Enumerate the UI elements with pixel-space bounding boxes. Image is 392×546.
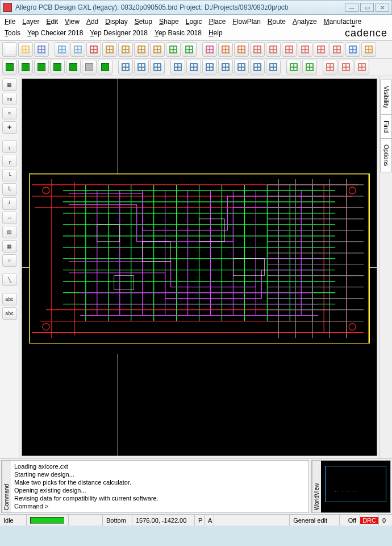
lt-route-a[interactable]: ┐: [2, 140, 17, 153]
lt-wire[interactable]: ≡: [2, 107, 17, 119]
status-a[interactable]: A: [204, 515, 214, 526]
lt-line[interactable]: ╲: [2, 274, 17, 286]
minimize-button[interactable]: —: [345, 3, 358, 12]
menu-help[interactable]: Help: [208, 27, 223, 39]
place-mode1[interactable]: [2, 60, 17, 75]
etch-edit3[interactable]: [218, 60, 233, 75]
dim-v[interactable]: [339, 60, 353, 75]
shape-line[interactable]: [134, 60, 149, 75]
zoom-out-icon[interactable]: [266, 42, 281, 57]
grid-toggle-icon[interactable]: [202, 42, 217, 57]
menu-display[interactable]: Display: [105, 16, 127, 27]
place-mode2[interactable]: [18, 60, 33, 75]
status-drc-mode[interactable]: Off: [339, 515, 360, 526]
menu-layer[interactable]: Layer: [22, 16, 39, 27]
maximize-button[interactable]: ▭: [360, 3, 374, 12]
lt-hatch[interactable]: ▤: [2, 226, 17, 238]
lt-text1[interactable]: abc: [2, 293, 17, 305]
menu-analyze[interactable]: Analyze: [293, 16, 317, 27]
delete-icon[interactable]: [86, 42, 101, 57]
shape-circle[interactable]: [150, 60, 165, 75]
tab-find[interactable]: Find: [380, 114, 392, 139]
lt-grid[interactable]: ▦: [2, 240, 17, 253]
undo-icon[interactable]: [102, 42, 117, 57]
place-mode5[interactable]: [66, 60, 81, 75]
command-line: Starting new design...: [14, 470, 305, 478]
zoom-window-icon[interactable]: [298, 42, 312, 57]
etch-edit6[interactable]: [266, 60, 281, 75]
open-file-icon[interactable]: [18, 42, 33, 57]
lt-route-e[interactable]: ┘: [2, 197, 17, 210]
lt-route-b[interactable]: ┌: [2, 155, 17, 167]
pin-icon[interactable]: [182, 42, 197, 57]
layers-icon[interactable]: [234, 42, 249, 57]
menu-edit[interactable]: Edit: [46, 16, 58, 27]
status-coords[interactable]: 1576.00, -1422.00: [132, 515, 194, 526]
route1[interactable]: [286, 60, 301, 75]
lt-micro[interactable]: mi: [2, 93, 17, 105]
status-layer[interactable]: Bottom: [102, 515, 132, 526]
place-mode6[interactable]: [82, 60, 97, 75]
place-mode4[interactable]: [50, 60, 65, 75]
route2[interactable]: [302, 60, 317, 75]
design-canvas[interactable]: [22, 78, 377, 456]
menu-tools[interactable]: Tools: [5, 27, 20, 39]
etch-edit4[interactable]: [234, 60, 249, 75]
status-mode[interactable]: General edit: [289, 515, 339, 526]
lt-route-d[interactable]: ╚: [2, 183, 17, 196]
crosshair-icon[interactable]: [330, 42, 344, 57]
etch-edit2[interactable]: [202, 60, 217, 75]
redo-icon[interactable]: [118, 42, 133, 57]
shape-rect[interactable]: [118, 60, 133, 75]
tab-options[interactable]: Options: [380, 138, 392, 172]
status-p[interactable]: P: [194, 515, 204, 526]
down-arrow-icon[interactable]: [134, 42, 149, 57]
lt-chip[interactable]: ▦: [2, 78, 17, 91]
down-arrow2-icon[interactable]: [150, 42, 165, 57]
lt-dist[interactable]: ↔: [2, 212, 17, 224]
3d-view-icon[interactable]: [361, 42, 376, 57]
zoom-fit-icon[interactable]: [282, 42, 297, 57]
menu-view[interactable]: View: [65, 16, 80, 27]
lt-cross[interactable]: ✚: [2, 121, 17, 134]
etch-edit1[interactable]: [186, 60, 201, 75]
menu-shape[interactable]: Shape: [159, 16, 179, 27]
pcb-board: [29, 173, 369, 354]
status-drc[interactable]: DRC: [360, 515, 378, 526]
save-icon[interactable]: [34, 42, 49, 57]
new-file-icon[interactable]: [2, 42, 17, 57]
lt-route-c[interactable]: └: [2, 169, 17, 181]
move-icon[interactable]: [55, 42, 69, 57]
menu-setup[interactable]: Setup: [135, 16, 152, 27]
copy-icon[interactable]: [70, 42, 85, 57]
zoom-in-icon[interactable]: [250, 42, 265, 57]
command-log[interactable]: Loading axlcore.cxtStarting new design..…: [11, 461, 308, 512]
statusbar: Idle Bottom 1576.00, -1422.00 P A Genera…: [0, 514, 392, 526]
lt-text2[interactable]: abc: [2, 307, 17, 320]
place-mode3[interactable]: [34, 60, 49, 75]
menu-add[interactable]: Add: [86, 16, 98, 27]
menu-file[interactable]: File: [5, 16, 15, 27]
menu-manufacture[interactable]: Manufacture: [324, 16, 362, 27]
dim-h[interactable]: [323, 60, 337, 75]
worldview-canvas[interactable]: ·· · ·· ··: [321, 461, 390, 512]
menu-yep-checker-2018[interactable]: Yep Checker 2018: [27, 27, 83, 39]
dim-vh[interactable]: [355, 60, 369, 75]
lt-pin[interactable]: ○: [2, 254, 17, 267]
menu-route[interactable]: Route: [268, 16, 286, 27]
menu-flowplan[interactable]: FlowPlan: [232, 16, 260, 27]
close-button[interactable]: ✕: [376, 3, 389, 12]
select-arrow[interactable]: [170, 60, 185, 75]
flag-icon[interactable]: [166, 42, 181, 57]
menu-place[interactable]: Place: [208, 16, 226, 27]
refresh-icon[interactable]: [345, 42, 360, 57]
command-line: Command >: [14, 502, 305, 510]
menu-yep-designer-2018[interactable]: Yep Designer 2018: [90, 27, 148, 39]
zoom-prev-icon[interactable]: [314, 42, 328, 57]
menu-logic[interactable]: Logic: [186, 16, 202, 27]
menu-yep-basic-2018[interactable]: Yep Basic 2018: [155, 27, 202, 39]
colors-icon[interactable]: [218, 42, 233, 57]
etch-edit5[interactable]: [250, 60, 265, 75]
tab-visibility[interactable]: Visibility: [380, 80, 392, 115]
place-mode7[interactable]: [98, 60, 112, 75]
